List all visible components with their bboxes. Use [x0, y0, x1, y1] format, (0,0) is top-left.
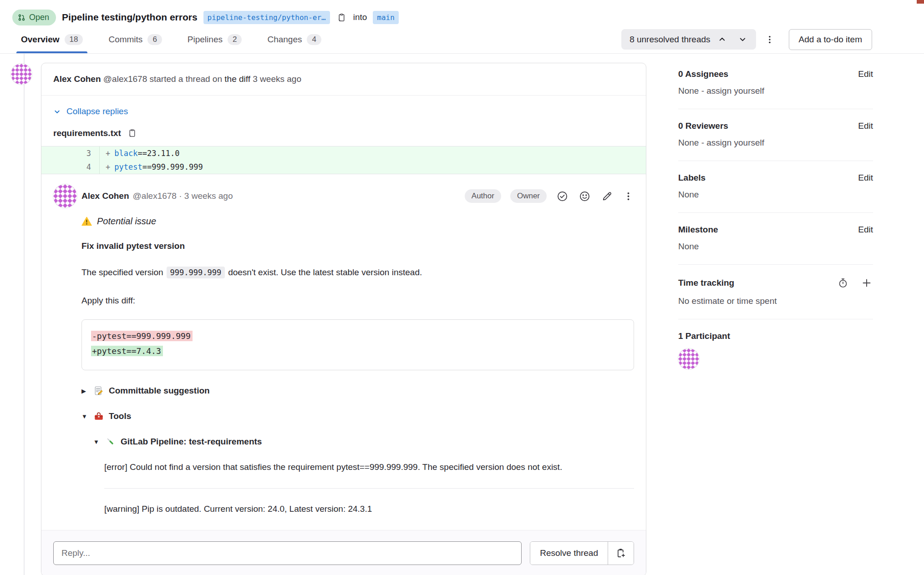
author-badge: Author [465, 189, 501, 203]
diff-line[interactable]: 3 +black==23.11.0 [41, 146, 646, 160]
chevron-up-icon [718, 35, 726, 44]
create-issue-to-resolve-icon[interactable] [608, 542, 634, 565]
comment-body: Potential issue Fix invalid pytest versi… [81, 216, 634, 516]
tab-label: Commits [108, 35, 142, 45]
tab-count-badge: 18 [65, 34, 83, 45]
resolve-thread-button[interactable]: Resolve thread [530, 542, 608, 565]
tabs: Overview 18 Commits 6 Pipelines 2 Change… [21, 25, 321, 53]
reviewers-edit-button[interactable]: Edit [858, 121, 873, 131]
avatar[interactable] [11, 64, 32, 85]
tab-count-badge: 2 [228, 34, 242, 45]
assignees-value[interactable]: None - assign yourself [678, 86, 873, 96]
diff-code: +black==23.11.0 [100, 146, 180, 160]
diff-code: +pytest==999.999.999 [100, 160, 203, 174]
milestone-edit-button[interactable]: Edit [858, 225, 873, 235]
thread-timestamp: 3 weeks ago [253, 74, 301, 84]
inline-code-chip: 999.999.999 [167, 267, 225, 278]
avatar[interactable] [53, 184, 77, 208]
time-tracking-value: No estimate or time spent [678, 296, 873, 306]
comment: Alex Cohen @alex1678 · 3 weeks ago Autho… [41, 174, 646, 530]
unresolved-threads-label: 8 unresolved threads [630, 35, 710, 45]
scrollbar-thumb[interactable] [917, 0, 924, 4]
thread-author[interactable]: Alex Cohen [53, 74, 101, 84]
collapse-replies-toggle[interactable]: Collapse replies [41, 96, 646, 119]
log-divider [104, 488, 634, 489]
tab-commits[interactable]: Commits 6 [108, 25, 162, 53]
thread-action-text: @alex1678 started a thread on [103, 74, 222, 84]
comment-author[interactable]: Alex Cohen [81, 191, 129, 201]
target-branch-chip[interactable]: main [373, 11, 399, 24]
added-line: +pytest==7.4.3 [91, 346, 163, 356]
copy-branch-icon[interactable] [336, 12, 347, 23]
labels-edit-button[interactable]: Edit [858, 173, 873, 183]
tab-overview[interactable]: Overview 18 [21, 25, 83, 53]
mr-tab-bar: Overview 18 Commits 6 Pipelines 2 Change… [0, 25, 924, 54]
previous-thread-button[interactable] [713, 33, 731, 45]
status-badge: Open [12, 10, 56, 25]
avatar[interactable] [678, 348, 699, 369]
comment-actions: Author Owner [465, 189, 634, 203]
mr-sidebar: 0 Assignees Edit None - assign yourself … [678, 63, 873, 382]
triangle-right-icon: ▶ [81, 388, 89, 394]
merge-request-page: Open Pipeline testing/python errors pipe… [0, 0, 924, 575]
triangle-down-icon: ▼ [81, 413, 89, 420]
labels-value: None [678, 190, 873, 200]
stopwatch-icon[interactable] [837, 277, 849, 289]
pipeline-warning-text: [warning] Pip is outdated. Current versi… [104, 501, 634, 516]
sidebar-section-reviewers: 0 Reviewers Edit None - assign yourself [678, 109, 873, 161]
diff-line[interactable]: 4 +pytest==999.999.999 [41, 160, 646, 174]
new-line-number: 4 [70, 160, 99, 174]
time-tracking-title: Time tracking [678, 278, 734, 288]
next-thread-button[interactable] [734, 33, 751, 45]
reviewers-value[interactable]: None - assign yourself [678, 138, 873, 148]
tab-changes[interactable]: Changes 4 [267, 25, 321, 53]
resolve-check-icon[interactable] [556, 190, 569, 203]
suggested-diff-block: -pytest==999.999.999+pytest==7.4.3 [81, 319, 634, 370]
tab-label: Changes [267, 35, 302, 45]
comment-header: Alex Cohen @alex1678 · 3 weeks ago Autho… [53, 184, 634, 208]
resolve-button-group: Resolve thread [530, 541, 634, 565]
comment-heading: Fix invalid pytest version [81, 241, 634, 251]
tools-toggle[interactable]: ▼ Tools [81, 411, 634, 421]
toolbox-icon [94, 411, 104, 421]
pipeline-error-text: [error] Could not find a version that sa… [104, 459, 634, 474]
memo-icon [94, 386, 104, 396]
sidebar-section-milestone: Milestone Edit None [678, 213, 873, 265]
labels-title: Labels [678, 173, 706, 183]
chevron-down-icon [738, 35, 747, 44]
reviewers-title: 0 Reviewers [678, 121, 728, 131]
committable-suggestion-label: Committable suggestion [109, 386, 210, 396]
add-todo-button[interactable]: Add a to-do item [789, 29, 872, 50]
merge-request-icon [18, 14, 25, 21]
unresolved-threads-control: 8 unresolved threads [621, 29, 756, 50]
committable-suggestion-toggle[interactable]: ▶ Committable suggestion [81, 386, 634, 396]
reply-bar: Resolve thread [41, 530, 646, 575]
sidebar-section-participants: 1 Participant [678, 319, 873, 382]
source-branch-chip[interactable]: pipeline-testing/python-er… [203, 11, 330, 24]
milestone-title: Milestone [678, 225, 718, 235]
new-line-number: 3 [70, 146, 99, 160]
comment-paragraph: The specified version999.999.999doesn't … [81, 266, 634, 279]
screwdriver-icon [106, 437, 116, 447]
copy-file-path-icon[interactable] [127, 127, 138, 139]
pipeline-toggle[interactable]: ▼ GitLab Pipeline: test-requirements [93, 437, 634, 447]
file-name-link[interactable]: requirements.txt [53, 128, 121, 138]
tab-label: Overview [21, 35, 60, 45]
timeline-line [24, 54, 25, 575]
thread-diff-link[interactable]: the diff [224, 74, 250, 84]
thread-options-kebab-icon[interactable] [762, 32, 778, 47]
warning-icon [81, 217, 92, 226]
assignees-edit-button[interactable]: Edit [858, 69, 873, 79]
thread-controls: 8 unresolved threads Add a to-do item [621, 29, 872, 50]
tab-count-badge: 6 [147, 34, 162, 45]
apply-diff-label: Apply this diff: [81, 294, 634, 308]
edit-pencil-icon[interactable] [600, 190, 614, 203]
comment-kebab-icon[interactable] [623, 191, 634, 202]
reply-input[interactable] [53, 541, 522, 565]
tab-pipelines[interactable]: Pipelines 2 [188, 25, 242, 53]
emoji-smiley-icon[interactable] [578, 190, 591, 203]
add-time-plus-icon[interactable] [860, 277, 873, 289]
thread-header: Alex Cohen @alex1678 started a thread on… [41, 63, 646, 96]
diff-snippet: 3 +black==23.11.0 4 +pytest==999.999.999 [41, 146, 646, 174]
collapse-replies-label: Collapse replies [66, 106, 128, 116]
